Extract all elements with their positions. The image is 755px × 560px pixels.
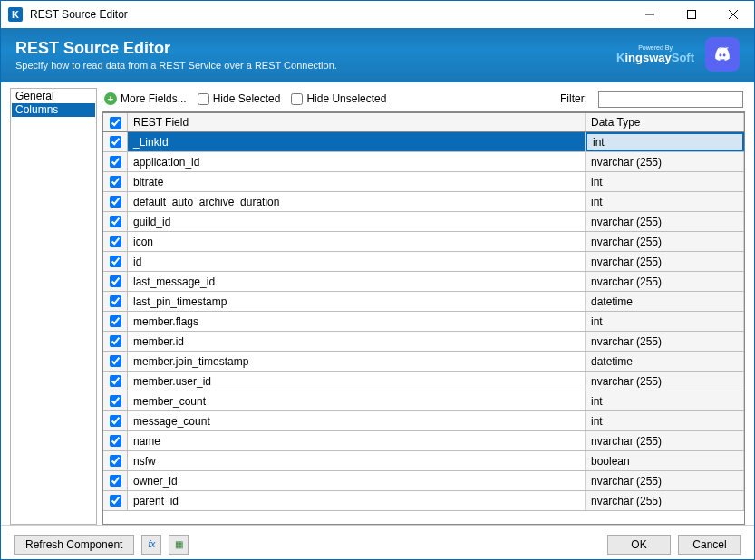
- maximize-button[interactable]: [671, 1, 712, 28]
- row-type[interactable]: nvarchar (255): [586, 471, 744, 490]
- row-type[interactable]: boolean: [586, 451, 744, 470]
- row-checkbox[interactable]: [110, 156, 121, 168]
- row-checkbox-cell[interactable]: [103, 312, 128, 331]
- row-type[interactable]: int: [586, 411, 744, 430]
- row-checkbox-cell[interactable]: [103, 451, 128, 470]
- select-all-checkbox-cell[interactable]: [103, 113, 128, 131]
- ok-button[interactable]: OK: [607, 535, 671, 555]
- row-checkbox-cell[interactable]: [103, 232, 128, 251]
- row-checkbox-cell[interactable]: [103, 431, 128, 450]
- row-checkbox-cell[interactable]: [103, 252, 128, 271]
- grid-scroll[interactable]: REST Field Data Type _LinkIdintapplicati…: [103, 112, 744, 524]
- cancel-button[interactable]: Cancel: [678, 535, 741, 555]
- row-checkbox-cell[interactable]: [103, 491, 128, 510]
- row-type[interactable]: nvarchar (255): [586, 431, 744, 450]
- row-field[interactable]: guild_id: [128, 212, 586, 231]
- row-checkbox[interactable]: [110, 236, 121, 247]
- row-field[interactable]: default_auto_archive_duration: [128, 192, 586, 211]
- hide-selected-checkbox[interactable]: Hide Selected: [198, 92, 281, 105]
- table-row[interactable]: _LinkIdint: [103, 132, 744, 152]
- row-type[interactable]: nvarchar (255): [586, 491, 744, 510]
- row-type[interactable]: int: [586, 172, 744, 191]
- row-field[interactable]: member.flags: [128, 312, 586, 331]
- row-field[interactable]: member.id: [128, 332, 586, 351]
- table-row[interactable]: parent_idnvarchar (255): [103, 491, 744, 511]
- row-checkbox[interactable]: [110, 256, 121, 267]
- hide-unselected-input[interactable]: [291, 93, 303, 105]
- row-type[interactable]: nvarchar (255): [586, 232, 744, 251]
- sidebar-item-columns[interactable]: Columns: [12, 103, 95, 117]
- row-field[interactable]: member_count: [128, 391, 586, 410]
- row-type[interactable]: nvarchar (255): [586, 212, 744, 231]
- refresh-component-button[interactable]: Refresh Component: [14, 535, 134, 555]
- row-checkbox[interactable]: [110, 475, 121, 487]
- row-checkbox[interactable]: [110, 315, 121, 327]
- more-fields-button[interactable]: + More Fields...: [104, 92, 187, 105]
- row-type[interactable]: int: [586, 312, 744, 331]
- table-row[interactable]: default_auto_archive_durationint: [103, 192, 744, 212]
- row-checkbox[interactable]: [110, 415, 121, 427]
- row-checkbox[interactable]: [110, 395, 121, 407]
- table-row[interactable]: idnvarchar (255): [103, 252, 744, 272]
- hide-selected-input[interactable]: [198, 93, 209, 105]
- minimize-button[interactable]: [629, 1, 671, 28]
- table-row[interactable]: member.user_idnvarchar (255): [103, 372, 744, 391]
- table-row[interactable]: bitrateint: [103, 172, 744, 192]
- row-field[interactable]: _LinkId: [128, 132, 586, 151]
- row-checkbox-cell[interactable]: [103, 272, 128, 291]
- row-checkbox[interactable]: [110, 455, 121, 467]
- table-row[interactable]: member_countint: [103, 391, 744, 411]
- col-header-type[interactable]: Data Type: [586, 113, 744, 131]
- row-checkbox[interactable]: [110, 295, 121, 307]
- row-type[interactable]: nvarchar (255): [586, 152, 744, 171]
- hide-unselected-checkbox[interactable]: Hide Unselected: [291, 92, 386, 105]
- row-checkbox-cell[interactable]: [103, 332, 128, 351]
- table-row[interactable]: iconnvarchar (255): [103, 232, 744, 252]
- row-checkbox[interactable]: [110, 196, 121, 208]
- table-row[interactable]: namenvarchar (255): [103, 431, 744, 451]
- table-row[interactable]: message_countint: [103, 411, 744, 431]
- row-checkbox[interactable]: [110, 335, 121, 347]
- row-checkbox-cell[interactable]: [103, 471, 128, 490]
- row-field[interactable]: member.join_timestamp: [128, 352, 586, 371]
- row-type[interactable]: int: [586, 132, 744, 151]
- row-field[interactable]: bitrate: [128, 172, 586, 191]
- row-type[interactable]: nvarchar (255): [586, 252, 744, 271]
- row-field[interactable]: parent_id: [128, 491, 586, 510]
- row-type[interactable]: nvarchar (255): [586, 332, 744, 351]
- table-row[interactable]: nsfwboolean: [103, 451, 744, 471]
- row-checkbox[interactable]: [110, 176, 121, 188]
- row-checkbox-cell[interactable]: [103, 132, 128, 151]
- row-field[interactable]: name: [128, 431, 586, 450]
- col-header-field[interactable]: REST Field: [128, 113, 586, 131]
- row-checkbox-cell[interactable]: [103, 212, 128, 231]
- table-row[interactable]: member.idnvarchar (255): [103, 332, 744, 352]
- table-row[interactable]: guild_idnvarchar (255): [103, 212, 744, 232]
- row-type[interactable]: datetime: [586, 352, 744, 371]
- row-checkbox-cell[interactable]: [103, 372, 128, 391]
- row-field[interactable]: last_message_id: [128, 272, 586, 291]
- row-checkbox-cell[interactable]: [103, 152, 128, 171]
- sidebar-item-general[interactable]: General: [12, 90, 95, 103]
- select-all-checkbox[interactable]: [110, 117, 121, 129]
- row-checkbox[interactable]: [110, 275, 121, 287]
- row-checkbox[interactable]: [110, 375, 121, 387]
- row-checkbox[interactable]: [110, 136, 121, 148]
- expression-icon-button[interactable]: fx: [141, 535, 161, 555]
- table-row[interactable]: last_pin_timestampdatetime: [103, 292, 744, 312]
- mapping-icon-button[interactable]: ▦: [169, 535, 189, 555]
- row-checkbox[interactable]: [110, 495, 121, 507]
- row-type[interactable]: nvarchar (255): [586, 272, 744, 291]
- row-checkbox-cell[interactable]: [103, 411, 128, 430]
- row-type[interactable]: int: [586, 391, 744, 410]
- row-field[interactable]: icon: [128, 232, 586, 251]
- table-row[interactable]: application_idnvarchar (255): [103, 152, 744, 172]
- table-row[interactable]: member.join_timestampdatetime: [103, 352, 744, 372]
- row-field[interactable]: application_id: [128, 152, 586, 171]
- row-field[interactable]: last_pin_timestamp: [128, 292, 586, 311]
- row-field[interactable]: id: [128, 252, 586, 271]
- row-checkbox-cell[interactable]: [103, 292, 128, 311]
- row-checkbox[interactable]: [110, 435, 121, 447]
- row-type[interactable]: int: [586, 192, 744, 211]
- row-field[interactable]: message_count: [128, 411, 586, 430]
